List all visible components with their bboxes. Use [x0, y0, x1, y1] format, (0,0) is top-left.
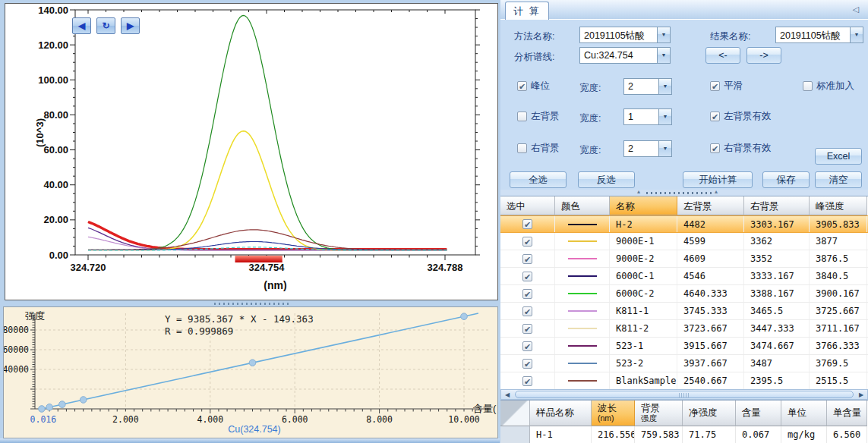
collapse-arrow-icon[interactable]: ◁: [853, 5, 859, 14]
calibration-chart: 4000060000800002.0004.0006.0008.00010.00…: [4, 307, 497, 438]
corner-select-cell[interactable]: [500, 401, 530, 426]
spectrum-next-button[interactable]: ▶: [121, 17, 140, 34]
calculation-controls: 方法名称: 20191105钴酸▼ 结果名称: 20191105钴酸▼ 分析谱线…: [500, 20, 868, 190]
table-row[interactable]: ✔523-23937.66734873769.5: [500, 355, 868, 372]
tab-bar: 计 算 ◁: [500, 0, 868, 20]
width-label-3: 宽度:: [579, 144, 601, 157]
column-header[interactable]: 单含量: [827, 401, 867, 426]
svg-text:140.00: 140.00: [38, 5, 68, 16]
column-header[interactable]: 右背景: [744, 196, 810, 215]
scroll-left-icon[interactable]: ◀: [501, 390, 513, 399]
column-header-text: 波长: [598, 404, 634, 413]
row-checkbox[interactable]: ✔: [522, 219, 532, 229]
table-cell: 3465.5: [744, 303, 810, 319]
column-header[interactable]: 单位: [781, 401, 827, 426]
spectrum-refresh-button[interactable]: ↻: [96, 17, 115, 34]
svg-text:324.754: 324.754: [249, 262, 286, 273]
table-row[interactable]: ✔BlankSample12540.6672395.52515.5: [500, 372, 868, 390]
table-row[interactable]: ✔K811-13745.3333465.53725.667: [500, 303, 868, 320]
invert-selection-button[interactable]: 反选: [578, 171, 635, 188]
table-row[interactable]: ✔9000E-1459933623877: [500, 233, 868, 250]
table-cell: 3769.5: [810, 355, 867, 372]
spectrum-prev-button[interactable]: ◀: [72, 17, 91, 34]
column-header[interactable]: 含量: [736, 401, 781, 426]
dropdown-arrow-icon[interactable]: ▼: [657, 48, 670, 63]
table-row[interactable]: ✔6000C-24640.3333388.1673900.167: [500, 285, 868, 303]
column-header[interactable]: 左背景: [677, 196, 744, 215]
series-color-swatch: [568, 258, 597, 259]
analysis-line-select[interactable]: Cu:324.754▼: [579, 47, 671, 64]
table-cell: 3905.833: [810, 216, 867, 232]
calibration-fit-line: [42, 313, 478, 409]
sample-table-row[interactable]: H-1216.556759.58371.750.067mg/kg6.560: [500, 426, 868, 443]
row-checkbox[interactable]: ✔: [522, 306, 532, 316]
dropdown-arrow-icon[interactable]: ▼: [850, 27, 863, 42]
table-cell: K811-1: [610, 303, 677, 319]
dropdown-arrow-icon[interactable]: ▼: [657, 27, 670, 42]
row-header-cell[interactable]: [500, 426, 530, 443]
row-checkbox[interactable]: ✔: [522, 237, 532, 247]
table-cell: 3725.667: [810, 303, 867, 319]
checkbox-right-background[interactable]: 右背景: [517, 142, 560, 155]
row-checkbox[interactable]: ✔: [522, 359, 532, 369]
dropdown-arrow-icon[interactable]: ▼: [658, 79, 671, 94]
next-line-button[interactable]: ->: [746, 47, 781, 64]
scroll-right-icon[interactable]: ▶: [855, 390, 867, 399]
table-cell: 3352: [744, 250, 810, 267]
right-panel: 计 算 ◁ 方法名称: 20191105钴酸▼ 结果名称: 20191105钴酸…: [500, 0, 868, 443]
svg-text:80.00: 80.00: [43, 109, 68, 121]
column-header[interactable]: 波长(nm): [592, 401, 635, 426]
table-row[interactable]: ✔6000C-145463333.1673840.5: [500, 268, 868, 285]
svg-text:40.00: 40.00: [43, 179, 68, 190]
checkbox-smooth[interactable]: ✔平滑: [710, 80, 743, 93]
tab-calculate[interactable]: 计 算: [505, 2, 549, 20]
row-checkbox[interactable]: ✔: [522, 324, 532, 334]
table-cell: K811-2: [610, 320, 677, 337]
checkbox-icon: [517, 143, 527, 153]
dropdown-arrow-icon[interactable]: ▼: [658, 141, 671, 156]
checkbox-right-bg-valid[interactable]: ✔右背景有效: [710, 142, 772, 155]
column-header[interactable]: 名称: [610, 196, 677, 215]
table-cell: 4482: [677, 216, 744, 232]
checkbox-peak-position[interactable]: ✔峰位: [517, 80, 550, 93]
select-all-button[interactable]: 全选: [510, 171, 567, 188]
table-cell: 3474.667: [744, 338, 810, 354]
right-bg-width-select[interactable]: 2▼: [623, 140, 672, 157]
row-checkbox[interactable]: ✔: [522, 376, 532, 386]
column-header[interactable]: 峰强度: [810, 196, 867, 215]
row-checkbox[interactable]: ✔: [522, 289, 532, 299]
chart-splitter[interactable]: [0, 301, 500, 306]
excel-button[interactable]: Excel: [815, 148, 862, 165]
column-header[interactable]: 净强度: [683, 401, 736, 426]
start-calculation-button[interactable]: 开始计算: [683, 171, 753, 188]
results-table-body: ✔H-244823303.1673905.833✔9000E-145993362…: [500, 215, 868, 390]
prev-line-button[interactable]: <-: [705, 47, 740, 64]
dropdown-arrow-icon[interactable]: ▼: [658, 109, 671, 124]
table-row[interactable]: ✔H-244823303.1673905.833: [500, 215, 868, 233]
checkbox-standard-addition[interactable]: 标准加入: [803, 80, 854, 93]
table-hscrollbar[interactable]: ◀ ▶: [500, 389, 868, 400]
peak-width-select[interactable]: 2▼: [623, 78, 672, 95]
column-header[interactable]: 颜色: [555, 196, 610, 215]
table-cell: 216.556: [592, 426, 635, 443]
table-row[interactable]: ✔523-13915.6673474.6673766.333: [500, 338, 868, 355]
row-checkbox[interactable]: ✔: [522, 272, 532, 281]
clear-button[interactable]: 清空: [815, 171, 862, 188]
result-name-select[interactable]: 20191105钴酸▼: [775, 27, 863, 43]
column-header[interactable]: 样品名称: [530, 401, 592, 426]
row-checkbox[interactable]: ✔: [522, 341, 532, 351]
table-cell: 523-1: [610, 338, 677, 354]
column-header[interactable]: 背景强度: [635, 401, 683, 426]
table-row[interactable]: ✔K811-23723.6673447.3333711.167: [500, 320, 868, 338]
panel-table-splitter[interactable]: ▴ ▴: [500, 190, 868, 196]
method-name-select[interactable]: 20191105钴酸▼: [579, 27, 671, 43]
save-button[interactable]: 保存: [762, 171, 810, 188]
checkbox-left-bg-valid[interactable]: ✔左背景有效: [710, 110, 772, 123]
column-header[interactable]: 选中: [500, 196, 555, 215]
checkbox-left-background[interactable]: 左背景: [517, 110, 560, 123]
row-checkbox[interactable]: ✔: [522, 254, 532, 264]
table-cell: 4599: [677, 233, 744, 250]
table-row[interactable]: ✔9000E-2460933523876.5: [500, 250, 868, 268]
left-bg-width-select[interactable]: 1▼: [623, 108, 672, 125]
scrollbar-thumb[interactable]: [515, 391, 854, 398]
